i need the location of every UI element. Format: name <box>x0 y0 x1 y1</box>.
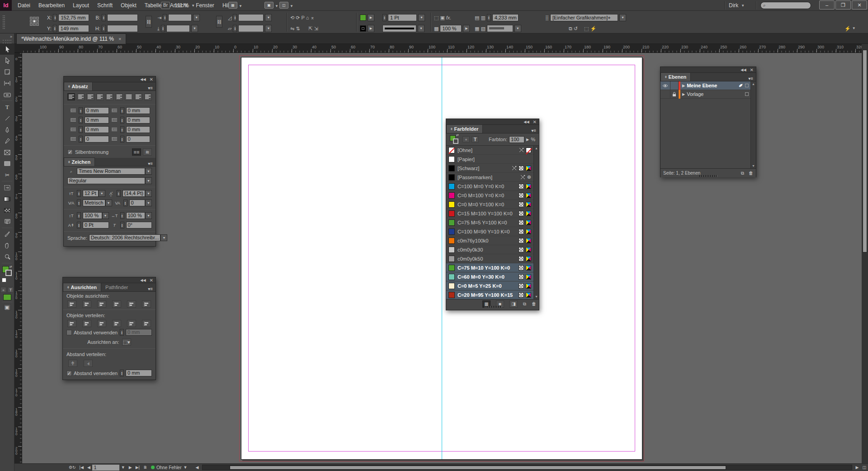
layer-row[interactable]: ▶Vorlage <box>660 90 750 99</box>
screen-layout-icon[interactable]: ◫ <box>279 2 288 9</box>
stroke-weight-stepper[interactable]: ▲▼ <box>382 14 387 21</box>
stroke-swatch[interactable] <box>360 25 366 32</box>
fill-stroke-proxy[interactable]: ⇄ <box>450 134 461 144</box>
shear-stepper[interactable]: ▲▼ <box>233 25 237 32</box>
spacing-field[interactable]: 0 mm <box>126 329 152 336</box>
scale-y-field[interactable] <box>166 25 190 32</box>
font-style-select[interactable]: Regular ▼ <box>67 177 152 184</box>
spacing-stepper[interactable]: ▲▼ <box>120 329 124 336</box>
space-after-field[interactable]: 0 mm <box>126 126 151 133</box>
align-top-edges-button[interactable] <box>112 300 121 308</box>
fill-swatch[interactable] <box>360 14 366 21</box>
layer-row[interactable]: ▶Meine Ebene✒ <box>660 81 750 90</box>
select-content-icon[interactable]: ⌅ <box>310 14 314 21</box>
right-indent-field[interactable]: 0 mm <box>126 107 151 114</box>
spacing2-field[interactable]: 0 mm <box>126 370 152 376</box>
align-to-spine-button[interactable] <box>135 93 142 100</box>
chevron-down-icon[interactable]: ▼ <box>191 25 198 32</box>
tint-field[interactable]: 100 <box>509 136 524 143</box>
swatch-row[interactable]: C=0 M=100 Y=0 K=0 <box>446 191 533 200</box>
scroll-right-icon[interactable]: ▶ <box>856 465 859 470</box>
flip-horizontal-icon[interactable]: ⇋ <box>290 25 294 32</box>
use-spacing2-checkbox[interactable]: ✓ <box>66 371 72 376</box>
formatting-affects-container-icon[interactable]: ▫ <box>0 287 6 293</box>
align-vertical-centers-button[interactable] <box>127 300 136 308</box>
layer-expand-icon[interactable]: ▶ <box>682 92 685 96</box>
layer-select-box[interactable] <box>745 84 749 87</box>
view-options-icon[interactable]: ▣ <box>264 2 274 9</box>
reference-point-proxy[interactable] <box>30 17 39 26</box>
document-tab[interactable]: *Weihnachts-Menükarte.indd @ 111 % × <box>16 33 126 44</box>
tool-page[interactable] <box>0 66 14 77</box>
corner-radius-stepper[interactable]: ▲▼ <box>487 14 491 21</box>
tool-frame[interactable] <box>0 147 14 158</box>
chevron-right-icon[interactable]: ▶ <box>368 14 374 21</box>
menu-layout[interactable]: Layout <box>69 0 93 11</box>
panel-resize-grip[interactable] <box>699 175 717 177</box>
baseline-shift-stepper[interactable]: ▲▼ <box>77 222 81 228</box>
constrain-proportions-icon[interactable]: ⛓ <box>146 16 152 28</box>
align-left-edges-button[interactable] <box>67 300 76 308</box>
chevron-down-icon[interactable]: ▼ <box>514 25 521 32</box>
tracking-stepper[interactable]: ▲▼ <box>123 200 127 206</box>
swatch-row[interactable]: C=60 M=0 Y=30 K=0 <box>446 272 533 281</box>
layer-lock-toggle[interactable] <box>670 90 679 99</box>
split-window-icon[interactable]: ◫ <box>862 465 866 470</box>
span-columns-icon[interactable]: ≡≡ <box>132 148 141 156</box>
tab-pathfinder[interactable]: Pathfinder <box>101 283 132 291</box>
screen-mode-button[interactable]: ▣ <box>4 304 11 310</box>
drop-cap-lines-stepper[interactable]: ▲▼ <box>79 136 83 143</box>
horizontal-ruler[interactable]: 1009080706050403020100102030405060708090… <box>14 44 862 53</box>
distribute-left-edges-button[interactable] <box>112 320 121 327</box>
last-page-icon[interactable]: ▶| <box>136 465 140 470</box>
tool-content-collector[interactable] <box>0 89 14 100</box>
scroll-left-icon[interactable]: ◀ <box>195 465 198 470</box>
select-previous-icon[interactable]: ⇱ <box>308 25 312 32</box>
tool-hand[interactable] <box>0 240 14 251</box>
tool-gradient[interactable] <box>0 193 14 205</box>
panel-grip[interactable] <box>3 15 5 29</box>
formatting-affects-text-icon[interactable]: T <box>472 136 479 143</box>
chevron-down-icon[interactable]: ▼ <box>265 14 272 21</box>
swatch-scrollbar[interactable]: ▲▼ <box>533 146 539 299</box>
swatch-row[interactable]: C=0 M=0 Y=100 K=0 <box>446 200 533 209</box>
stroke-style-select[interactable] <box>382 25 416 32</box>
space-before-field[interactable]: 0 mm <box>85 126 109 133</box>
kerning-stepper[interactable]: ▲▼ <box>77 200 81 206</box>
stroke-weight-field[interactable]: 1 Pt <box>388 14 417 21</box>
font-size-select[interactable]: 12 Pt▼ <box>83 190 105 197</box>
close-tab-icon[interactable]: × <box>118 36 121 42</box>
swatch-row[interactable]: c0m0y0k30 <box>446 245 533 254</box>
clear-overrides-icon[interactable]: ⧉ <box>569 25 572 32</box>
distribute-horizontal-centers-button[interactable] <box>127 320 136 327</box>
tool-direct-selection[interactable] <box>0 55 14 66</box>
tool-pencil[interactable] <box>0 135 14 147</box>
horizontal-scrollbar[interactable] <box>202 465 852 470</box>
leading-select[interactable]: (14,4 Pt)▼ <box>123 190 152 197</box>
zoom-level-control[interactable]: 111 % ▼ <box>175 0 195 11</box>
drop-shadow-icon[interactable]: ▣ <box>440 14 444 21</box>
vertical-scrollbar-thumb[interactable] <box>863 50 867 252</box>
chevron-right-icon[interactable]: ▶ <box>463 25 470 32</box>
font-size-stepper[interactable]: ▲▼ <box>77 190 81 197</box>
chevron-down-icon[interactable]: ▼ <box>239 4 242 8</box>
height-stepper[interactable]: ▲▼ <box>102 25 106 32</box>
swatch-row[interactable]: [Passermarken]⊕ <box>446 173 533 182</box>
shear-field[interactable] <box>238 25 264 32</box>
chevron-down-icon[interactable]: ▼ <box>184 465 188 470</box>
horizontal-scale-select[interactable]: 100 %▼ <box>126 212 152 219</box>
baseline-shift-field[interactable]: 0 Pt <box>83 222 109 228</box>
swatch-row[interactable]: C=15 M=100 Y=100 K=0 <box>446 209 533 218</box>
swatch-row[interactable]: c0m0y0k50 <box>446 254 533 263</box>
space-before-stepper[interactable]: ▲▼ <box>79 126 83 133</box>
select-container-icon[interactable]: ⌂ <box>306 14 309 21</box>
menu-fenster[interactable]: Fenster <box>192 0 218 11</box>
vertical-scale-select[interactable]: 100 %▼ <box>83 212 109 219</box>
distribute-top-edges-button[interactable] <box>67 320 76 327</box>
wrap-jump-icon[interactable]: ▦ <box>475 25 479 32</box>
close-panel-icon[interactable]: ✕ <box>750 67 754 72</box>
show-gradient-swatches-icon[interactable]: ◨ <box>509 300 518 308</box>
fill-stroke-proxy[interactable]: ⇄ <box>0 265 14 286</box>
menu-objekt[interactable]: Objekt <box>117 0 141 11</box>
previous-page-icon[interactable]: ◀ <box>87 465 90 470</box>
